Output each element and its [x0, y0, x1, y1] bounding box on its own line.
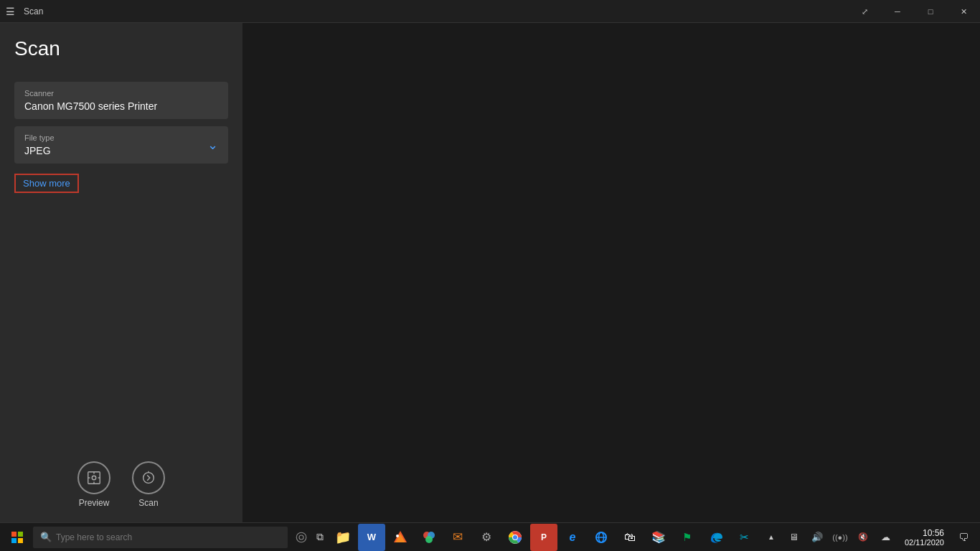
svg-point-13: [299, 535, 303, 540]
chevron-down-icon: ⌄: [207, 137, 218, 153]
start-button[interactable]: [3, 523, 32, 552]
maximize-button[interactable]: □: [914, 0, 947, 23]
chrome-svg: [507, 529, 523, 545]
task-view-button[interactable]: ⧉: [314, 524, 326, 551]
system-tray: ▲ 🖥 🔊 ((●)) 🔇 ☁ 10:56 02/11/2020 🗨: [761, 524, 977, 551]
cortana-icon: [295, 531, 308, 544]
clock-date: 02/11/2020: [905, 538, 944, 547]
taskbar-apps: 📁 W ✉ ⚙: [329, 524, 758, 551]
tray-volume-icon[interactable]: 🔊: [807, 524, 827, 551]
taskbar: 🔍 ⧉ 📁 W: [0, 522, 980, 551]
show-more-button[interactable]: Show more: [14, 174, 79, 193]
books-icon[interactable]: 📚: [645, 524, 672, 551]
edge-new-icon[interactable]: [702, 524, 730, 551]
scan-label: Scan: [138, 498, 158, 508]
edge-icon[interactable]: e: [559, 524, 586, 551]
window-controls: ⤢ ─ □ ✕: [848, 0, 980, 23]
photos-svg: [392, 529, 408, 545]
ie-icon[interactable]: [588, 524, 615, 551]
colorful-logo-icon[interactable]: [415, 524, 443, 551]
tray-mute-icon[interactable]: 🔇: [853, 524, 873, 551]
preview-label: Preview: [79, 498, 110, 508]
colorful-logo-svg: [421, 529, 437, 545]
scan-icon-circle: [132, 461, 165, 494]
word-icon[interactable]: W: [358, 524, 385, 551]
svg-rect-11: [18, 538, 23, 543]
store-icon[interactable]: 🛍: [616, 524, 644, 551]
svg-point-12: [296, 532, 306, 542]
search-input[interactable]: [56, 532, 281, 542]
scanner-field: Scanner Canon MG7500 series Printer: [14, 82, 228, 119]
close-button[interactable]: ✕: [947, 0, 980, 23]
tray-network2-icon[interactable]: ((●)): [830, 524, 850, 551]
notification-center-button[interactable]: 🗨: [953, 524, 974, 551]
svg-rect-8: [11, 532, 17, 537]
windows-logo-icon: [11, 532, 23, 543]
kaspersky-icon[interactable]: ⚑: [674, 524, 701, 551]
scan-icon: [141, 470, 156, 486]
app-title: Scan: [14, 37, 228, 60]
preview-icon-circle: [77, 461, 110, 494]
search-icon: 🔍: [40, 532, 52, 542]
left-panel: Scan Scanner Canon MG7500 series Printer…: [0, 23, 242, 522]
title-bar: ☰ Scan ⤢ ─ □ ✕: [0, 0, 980, 23]
title-bar-app-name: Scan: [24, 6, 974, 17]
main-area: [242, 23, 980, 522]
hamburger-icon[interactable]: ☰: [6, 6, 15, 17]
minimize-button[interactable]: ─: [881, 0, 914, 23]
chrome-icon[interactable]: [501, 524, 529, 551]
svg-point-22: [513, 535, 517, 540]
preview-button[interactable]: Preview: [77, 461, 110, 508]
file-type-left: File type JPEG: [24, 133, 55, 156]
svg-point-16: [396, 534, 399, 537]
ie-svg: [593, 529, 609, 545]
taskbar-clock[interactable]: 10:56 02/11/2020: [899, 524, 950, 551]
bottom-action-buttons: Preview Scan: [0, 461, 242, 508]
edge-new-svg: [708, 529, 724, 545]
expand-button[interactable]: ⤢: [848, 0, 881, 23]
powerpoint-icon[interactable]: P: [530, 524, 557, 551]
svg-point-19: [425, 536, 433, 543]
scanner-value: Canon MG7500 series Printer: [24, 100, 218, 112]
photos-icon[interactable]: [387, 524, 414, 551]
svg-point-1: [92, 476, 96, 480]
cortana-button[interactable]: [289, 525, 314, 550]
file-type-label: File type: [24, 133, 55, 142]
svg-point-6: [143, 473, 154, 484]
svg-rect-10: [11, 538, 17, 543]
svg-rect-9: [18, 532, 23, 537]
file-type-value: JPEG: [24, 145, 55, 156]
taskbar-search-bar[interactable]: 🔍: [33, 527, 288, 548]
file-type-dropdown[interactable]: File type JPEG ⌄: [14, 126, 228, 164]
scan-button[interactable]: Scan: [132, 461, 165, 508]
settings-icon[interactable]: ⚙: [473, 524, 500, 551]
clock-time: 10:56: [923, 528, 944, 538]
mail-icon[interactable]: ✉: [444, 524, 471, 551]
snip-icon[interactable]: ✂: [731, 524, 758, 551]
tray-expand-icon[interactable]: ▲: [761, 524, 781, 551]
file-explorer-icon[interactable]: 📁: [329, 524, 357, 551]
app-container: Scan Scanner Canon MG7500 series Printer…: [0, 23, 980, 522]
scanner-label: Scanner: [24, 89, 218, 98]
preview-icon: [86, 470, 102, 486]
tray-network-icon[interactable]: 🖥: [784, 524, 804, 551]
tray-cloud-icon[interactable]: ☁: [876, 524, 896, 551]
